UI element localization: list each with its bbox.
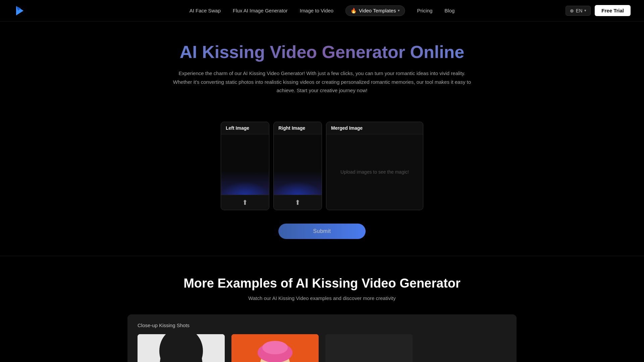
right-image-label: Right Image xyxy=(274,122,322,134)
site-header: AI Face Swap Flux AI Image Generator Ima… xyxy=(0,0,644,21)
header-right: ⊕ EN ▾ Free Trial xyxy=(566,5,631,16)
page-title: AI Kissing Video Generator Online xyxy=(13,42,631,62)
gallery-item-3[interactable] xyxy=(325,334,413,362)
language-selector[interactable]: ⊕ EN ▾ xyxy=(566,6,591,16)
logo[interactable] xyxy=(13,5,25,17)
nav-flux-ai[interactable]: Flux AI Image Generator xyxy=(233,8,287,13)
merged-placeholder-text: Upload images to see the magic! xyxy=(340,169,409,175)
left-image-preview xyxy=(221,134,269,195)
left-upload-footer: ⬆ xyxy=(221,195,269,210)
examples-subtitle: Watch our AI Kissing Video examples and … xyxy=(13,295,631,301)
chevron-down-icon: ▾ xyxy=(398,8,400,13)
examples-section: More Examples of AI Kissing Video Genera… xyxy=(0,256,644,362)
submit-button[interactable]: Submit xyxy=(278,224,366,239)
nav-video-templates[interactable]: 🔥 Video Templates ▾ xyxy=(345,5,405,16)
upload-icon-right: ⬆ xyxy=(295,199,301,206)
right-upload-footer: ⬆ xyxy=(274,195,322,210)
lang-label: EN xyxy=(576,8,582,13)
gallery-grid xyxy=(138,334,506,362)
left-image-panel: Left Image ⬆ xyxy=(221,122,269,210)
merged-image-label: Merged Image xyxy=(326,122,423,134)
hero-section: AI Kissing Video Generator Online Experi… xyxy=(0,21,644,108)
right-image-panel: Right Image ⬆ xyxy=(273,122,322,210)
left-upload-button[interactable]: ⬆ xyxy=(242,198,248,206)
free-trial-button[interactable]: Free Trial xyxy=(595,5,631,16)
fire-icon: 🔥 xyxy=(351,8,357,14)
gallery-item-2[interactable] xyxy=(231,334,319,362)
main-nav: AI Face Swap Flux AI Image Generator Ima… xyxy=(190,5,455,16)
svg-rect-10 xyxy=(325,334,413,362)
left-image-label: Left Image xyxy=(221,122,269,134)
hero-description: Experience the charm of our AI Kissing V… xyxy=(171,69,473,95)
lang-chevron-icon: ▾ xyxy=(584,8,586,13)
upload-section: Left Image ⬆ Right Image ⬆ xyxy=(205,122,439,210)
globe-icon: ⊕ xyxy=(570,8,574,13)
merged-image-preview: Upload images to see the magic! xyxy=(326,134,423,210)
gallery-item-1[interactable] xyxy=(138,334,225,362)
gallery-label: Close-up Kissing Shots xyxy=(138,322,506,328)
nav-blog[interactable]: Blog xyxy=(444,8,454,13)
nav-image-to-video[interactable]: Image to Video xyxy=(300,8,333,13)
video-templates-label: Video Templates xyxy=(359,8,396,13)
right-image-preview xyxy=(274,134,322,195)
merged-image-panel: Merged Image Upload images to see the ma… xyxy=(326,122,423,210)
right-upload-button[interactable]: ⬆ xyxy=(295,198,301,206)
nav-pricing[interactable]: Pricing xyxy=(417,8,432,13)
main-content: AI Kissing Video Generator Online Experi… xyxy=(0,0,644,362)
examples-title: More Examples of AI Kissing Video Genera… xyxy=(13,276,631,291)
submit-wrapper: Submit xyxy=(0,224,644,239)
gallery-container: Close-up Kissing Shots xyxy=(127,314,517,362)
svg-point-9 xyxy=(262,341,288,354)
nav-ai-face-swap[interactable]: AI Face Swap xyxy=(190,8,221,13)
upload-icon: ⬆ xyxy=(242,199,248,206)
